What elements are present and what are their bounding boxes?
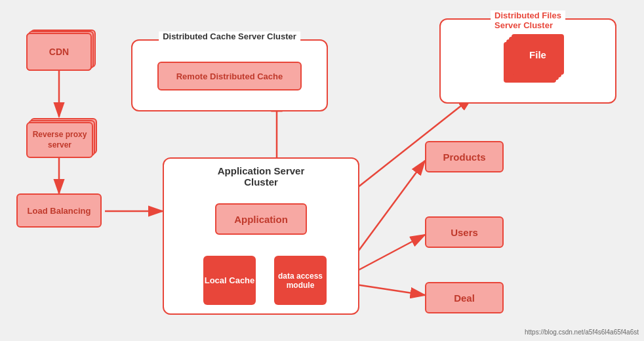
users-label: Users: [451, 227, 478, 238]
data-access-label: data access module: [274, 271, 327, 290]
application-box: Application: [215, 203, 307, 235]
data-access-box: data access module: [274, 256, 327, 305]
diagram: CDN CDN Reverse proxy server Load Balanc…: [0, 0, 644, 341]
files-cluster-box: Distributed FilesServer Cluster File: [439, 18, 616, 104]
files-cluster-title: Distributed FilesServer Cluster: [491, 10, 565, 30]
svg-line-8: [351, 235, 425, 274]
remote-cache-label: Remote Distributed Cache: [176, 71, 283, 81]
cache-cluster-title: Distributed Cache Server Cluster: [159, 31, 300, 41]
load-balancing-label: Load Balancing: [28, 206, 91, 216]
products-box: Products: [425, 141, 504, 172]
local-cache-label: Local Cache: [205, 275, 255, 285]
watermark: https://blog.csdn.net/a5f4s6l4a65f4a6st: [525, 329, 639, 336]
app-cluster-title: Application ServerCluster: [164, 165, 358, 188]
file-box: File: [512, 34, 564, 75]
cache-cluster-box: Distributed Cache Server Cluster Remote …: [131, 39, 328, 111]
reverse-proxy-box: Reverse proxy server: [26, 122, 93, 158]
load-balancing-box: Load Balancing: [16, 193, 102, 228]
remote-cache-box: Remote Distributed Cache: [157, 62, 302, 90]
local-cache-box: Local Cache: [203, 256, 256, 305]
cdn-box-front: CDN: [26, 33, 92, 71]
reverse-proxy-label: Reverse proxy server: [28, 130, 92, 150]
products-label: Products: [443, 151, 485, 163]
deal-label: Deal: [454, 292, 475, 304]
file-label: File: [529, 49, 546, 60]
application-label: Application: [234, 214, 288, 225]
deal-box: Deal: [425, 282, 504, 313]
app-cluster-box: Application ServerCluster Application Lo…: [163, 157, 359, 315]
users-box: Users: [425, 216, 504, 248]
